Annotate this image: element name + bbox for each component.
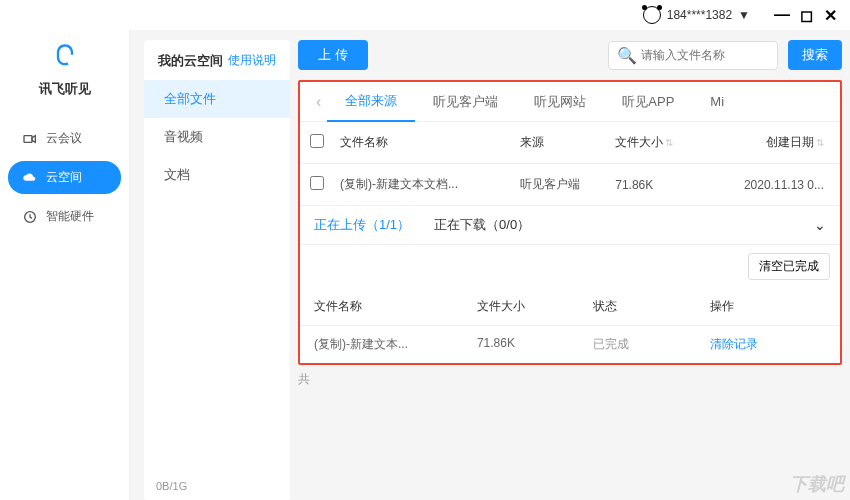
secondary-sidebar: 我的云空间 使用说明 全部文件 音视频 文档 — [144, 40, 290, 500]
minimize-button[interactable]: — — [770, 3, 794, 27]
main-content: 上 传 🔍 搜索 ‹ 全部来源 听见客户端 听见网站 听见APP Mi 文件名称 — [298, 40, 842, 500]
usage-help-link[interactable]: 使用说明 — [228, 52, 276, 70]
tab-app[interactable]: 听见APP — [604, 83, 692, 121]
tcol-size: 文件大小 — [477, 298, 593, 315]
tab-mi[interactable]: Mi — [692, 84, 742, 119]
search-button[interactable]: 搜索 — [788, 40, 842, 70]
account-display[interactable]: 184****1382 ▼ — [643, 6, 750, 24]
cloud-icon — [22, 170, 38, 186]
avatar-icon — [643, 6, 661, 24]
tcol-name: 文件名称 — [314, 298, 477, 315]
cell-date: 2020.11.13 0... — [710, 178, 830, 192]
clear-record-link[interactable]: 清除记录 — [710, 336, 826, 353]
nav-label: 智能硬件 — [46, 208, 94, 225]
summary-prefix: 共 — [298, 371, 842, 388]
nav-label: 云空间 — [46, 169, 82, 186]
filter-all-files[interactable]: 全部文件 — [144, 80, 290, 118]
tab-website[interactable]: 听见网站 — [516, 83, 604, 121]
tcol-op: 操作 — [710, 298, 826, 315]
brand-logo: 讯飞听见 — [0, 30, 129, 116]
nav-label: 云会议 — [46, 130, 82, 147]
primary-sidebar: 讯飞听见 云会议 云空间 智能硬件 — [0, 30, 130, 500]
search-input[interactable] — [641, 48, 769, 62]
tabs-scroll-left[interactable]: ‹ — [310, 93, 327, 111]
maximize-button[interactable]: ◻ — [794, 3, 818, 27]
search-box[interactable]: 🔍 — [608, 41, 778, 70]
col-filename: 文件名称 — [340, 134, 520, 151]
nav-cloud-space[interactable]: 云空间 — [8, 161, 121, 194]
highlighted-region: ‹ 全部来源 听见客户端 听见网站 听见APP Mi 文件名称 来源 文件大小⇅… — [298, 80, 842, 365]
logo-icon — [51, 42, 79, 70]
uploading-tab[interactable]: 正在上传（1/1） — [314, 216, 410, 234]
watermark: 下载吧 — [790, 472, 844, 496]
tcell-status: 已完成 — [593, 336, 709, 353]
brand-name: 讯飞听见 — [0, 80, 129, 98]
tcell-size: 71.86K — [477, 336, 593, 353]
tcell-name: (复制)-新建文本... — [314, 336, 477, 353]
row-checkbox[interactable] — [310, 176, 324, 190]
transfer-table: 文件名称 文件大小 状态 操作 (复制)-新建文本... 71.86K 已完成 … — [300, 288, 840, 363]
nav-smart-hardware[interactable]: 智能硬件 — [8, 200, 121, 233]
nav-cloud-meeting[interactable]: 云会议 — [8, 122, 121, 155]
space-title: 我的云空间 — [158, 52, 223, 70]
filter-audio-video[interactable]: 音视频 — [144, 118, 290, 156]
cell-filename: (复制)-新建文本文档... — [340, 176, 520, 193]
col-size[interactable]: 文件大小⇅ — [615, 134, 710, 151]
tab-all-sources[interactable]: 全部来源 — [327, 82, 415, 122]
select-all-checkbox[interactable] — [310, 134, 324, 148]
transfer-panel: 正在上传（1/1） 正在下载（0/0） ⌄ 清空已完成 文件名称 文件大小 状态… — [300, 206, 840, 363]
filter-documents[interactable]: 文档 — [144, 156, 290, 194]
file-table: 文件名称 来源 文件大小⇅ 创建日期⇅ (复制)-新建文本文档... 听见客户端… — [300, 122, 840, 206]
col-source: 来源 — [520, 134, 615, 151]
collapse-panel-icon[interactable]: ⌄ — [814, 217, 826, 233]
col-date[interactable]: 创建日期⇅ — [710, 134, 830, 151]
source-tabs: ‹ 全部来源 听见客户端 听见网站 听见APP Mi — [300, 82, 840, 122]
search-icon: 🔍 — [617, 46, 637, 65]
upload-button[interactable]: 上 传 — [298, 40, 368, 70]
sort-icon: ⇅ — [665, 137, 673, 148]
clock-icon — [22, 209, 38, 225]
close-button[interactable]: ✕ — [818, 3, 842, 27]
transfer-row: (复制)-新建文本... 71.86K 已完成 清除记录 — [300, 326, 840, 363]
storage-usage: 0B/1G — [156, 480, 187, 492]
file-row[interactable]: (复制)-新建文本文档... 听见客户端 71.86K 2020.11.13 0… — [300, 164, 840, 206]
tcol-status: 状态 — [593, 298, 709, 315]
downloading-tab[interactable]: 正在下载（0/0） — [434, 216, 530, 234]
svg-rect-0 — [24, 135, 32, 142]
cell-size: 71.86K — [615, 178, 710, 192]
account-dropdown-icon: ▼ — [738, 8, 750, 22]
clear-completed-button[interactable]: 清空已完成 — [748, 253, 830, 280]
video-icon — [22, 131, 38, 147]
sort-icon: ⇅ — [816, 137, 824, 148]
account-phone: 184****1382 — [667, 8, 732, 22]
cell-source: 听见客户端 — [520, 176, 615, 193]
tab-client[interactable]: 听见客户端 — [415, 83, 516, 121]
